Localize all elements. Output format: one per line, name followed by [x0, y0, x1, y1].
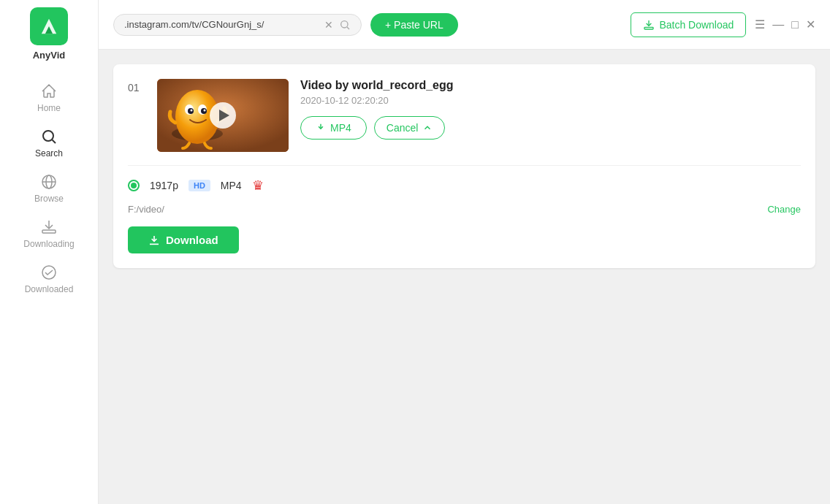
search-icon: [40, 128, 58, 145]
format-text: MP4: [221, 180, 242, 191]
video-title: Video by world_record_egg: [300, 79, 801, 92]
chevron-up-icon: [422, 123, 433, 133]
svg-point-8: [42, 266, 56, 279]
url-search-icon: [339, 19, 351, 31]
close-button[interactable]: ✕: [806, 18, 815, 31]
download-button[interactable]: Download: [128, 226, 239, 253]
path-row: F:/video/ Change: [128, 204, 801, 215]
download-label: Download: [166, 234, 218, 246]
sidebar-item-downloaded[interactable]: Downloaded: [0, 256, 98, 302]
download-path: F:/video/: [128, 204, 164, 215]
batch-download-icon: [643, 19, 655, 31]
svg-rect-7: [42, 230, 56, 233]
sidebar-item-downloading[interactable]: Downloading: [0, 211, 98, 256]
change-path-button[interactable]: Change: [767, 204, 801, 215]
mp4-button[interactable]: MP4: [300, 116, 367, 140]
paste-url-button[interactable]: + Paste URL: [370, 13, 458, 37]
download-options: 1917p HD MP4 ♛ F:/video/ Change Download: [128, 165, 801, 253]
svg-line-10: [347, 27, 349, 29]
play-button[interactable]: [210, 102, 236, 129]
sidebar-item-downloading-label: Downloading: [23, 239, 74, 249]
download-btn-icon: [148, 234, 160, 246]
batch-download-button[interactable]: Batch Download: [631, 12, 746, 37]
sidebar-item-downloaded-label: Downloaded: [25, 284, 74, 294]
video-date: 2020-10-12 02:20:20: [300, 95, 801, 106]
svg-point-2: [43, 131, 53, 141]
sidebar: AnyVid Home Search Browse Downloading: [0, 0, 99, 504]
svg-point-9: [341, 20, 348, 27]
cancel-button[interactable]: Cancel: [374, 116, 446, 140]
hd-badge: HD: [189, 180, 210, 191]
sidebar-item-search[interactable]: Search: [0, 121, 98, 166]
svg-point-20: [204, 110, 206, 112]
window-controls: ☰ — □ ✕: [755, 18, 815, 31]
app-name-label: AnyVid: [33, 50, 66, 61]
url-clear-button[interactable]: ✕: [324, 19, 333, 31]
video-number: 01: [128, 79, 145, 93]
batch-download-label: Batch Download: [659, 19, 734, 31]
video-info: Video by world_record_egg 2020-10-12 02:…: [300, 79, 801, 140]
quality-row: 1917p HD MP4 ♛: [128, 177, 801, 194]
menu-button[interactable]: ☰: [755, 18, 765, 31]
logo-area: AnyVid: [30, 7, 68, 61]
resolution-text: 1917p: [150, 180, 178, 191]
thumbnail-inner: [157, 79, 289, 152]
cancel-label: Cancel: [387, 122, 419, 134]
svg-line-3: [53, 140, 56, 144]
sidebar-item-home-label: Home: [37, 103, 61, 113]
app-logo-icon: [30, 7, 68, 45]
main-content: .instagram.com/tv/CGNourGnj_s/ ✕ + Paste…: [99, 0, 830, 504]
topbar: .instagram.com/tv/CGNourGnj_s/ ✕ + Paste…: [99, 0, 830, 50]
crown-icon: ♛: [252, 177, 264, 194]
svg-point-19: [191, 110, 193, 112]
video-thumbnail[interactable]: [157, 79, 289, 152]
url-text: .instagram.com/tv/CGNourGnj_s/: [124, 19, 319, 30]
sidebar-item-search-label: Search: [35, 148, 63, 159]
video-actions: MP4 Cancel: [300, 116, 801, 140]
sidebar-item-home[interactable]: Home: [0, 75, 98, 121]
maximize-button[interactable]: □: [791, 18, 799, 31]
video-card-top: 01: [128, 79, 801, 152]
topbar-right: Batch Download ☰ — □ ✕: [631, 12, 815, 37]
home-icon: [40, 83, 58, 100]
downloading-icon: [40, 218, 58, 236]
downloaded-icon: [40, 264, 58, 281]
minimize-button[interactable]: —: [772, 18, 784, 31]
svg-rect-11: [644, 27, 653, 29]
video-card: 01: [113, 64, 815, 268]
globe-icon: [40, 173, 58, 191]
content-area: 01: [99, 50, 830, 504]
download-arrow-icon: [316, 123, 326, 133]
url-bar: .instagram.com/tv/CGNourGnj_s/ ✕: [113, 14, 362, 36]
quality-radio[interactable]: [128, 180, 140, 191]
sidebar-item-browse[interactable]: Browse: [0, 166, 98, 211]
topbar-left: .instagram.com/tv/CGNourGnj_s/ ✕ + Paste…: [113, 13, 458, 37]
sidebar-item-browse-label: Browse: [34, 194, 64, 204]
mp4-label: MP4: [330, 122, 351, 134]
